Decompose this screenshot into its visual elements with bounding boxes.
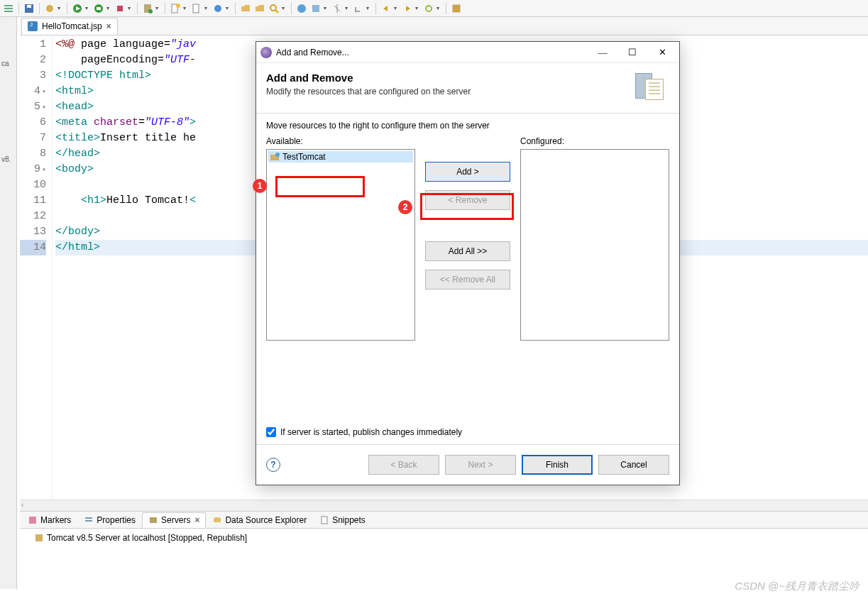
run-icon[interactable] <box>72 3 83 14</box>
svg-rect-24 <box>453 5 460 12</box>
svg-point-34 <box>275 153 280 157</box>
callout-box-1 <box>275 176 365 197</box>
bottom-tab-bar: Markers Properties Servers× Data Source … <box>20 512 868 529</box>
search-icon[interactable] <box>268 3 280 14</box>
left-gutter: ca v8. <box>0 17 17 589</box>
tab-servers[interactable]: Servers× <box>142 512 206 528</box>
svg-rect-28 <box>150 517 157 523</box>
dialog-subheading: Modify the resources that are configured… <box>266 87 471 97</box>
server-icon <box>34 533 44 543</box>
toolbar-icon[interactable] <box>353 3 364 14</box>
tab-snippets[interactable]: Snippets <box>313 512 372 528</box>
remove-all-button[interactable]: << Remove All <box>425 270 510 290</box>
svg-rect-10 <box>117 6 123 11</box>
add-button[interactable]: Add > <box>425 162 510 182</box>
dialog-title-text: Add and Remove... <box>276 48 349 57</box>
toolbar-icon[interactable] <box>310 3 322 14</box>
editor-tab-bar: HelloTomcat.jsp × <box>20 17 868 35</box>
server-status-text: Tomcat v8.5 Server at localhost [Stopped… <box>47 533 247 543</box>
close-icon[interactable]: × <box>194 515 199 525</box>
server-graphic-icon <box>632 72 669 103</box>
svg-rect-20 <box>312 5 319 12</box>
open-icon[interactable] <box>254 3 265 14</box>
dialog-header: Add and Remove Modify the resources that… <box>256 63 679 114</box>
left-stub-label: ca <box>1 60 9 67</box>
dialog-titlebar[interactable]: Add and Remove... — ☐ ✕ <box>256 42 679 63</box>
perspective-icon[interactable] <box>451 3 462 14</box>
publish-checkbox-row[interactable]: If server is started, publish changes im… <box>266 427 669 437</box>
jsp-file-icon <box>28 21 38 31</box>
dialog-footer: ? < Back Next > Finish Cancel <box>256 444 679 485</box>
callout-badge-1: 1 <box>253 179 267 193</box>
add-all-button[interactable]: Add All >> <box>425 241 510 261</box>
svg-rect-2 <box>4 11 13 12</box>
watermark: CSDN @~残月青衣踏尘吟 <box>735 580 859 593</box>
svg-point-23 <box>426 6 432 11</box>
toolbar-icon[interactable] <box>44 3 55 14</box>
dialog-prompt: Move resources to the right to configure… <box>266 121 669 131</box>
new-icon[interactable] <box>170 3 181 14</box>
new-icon[interactable] <box>191 3 202 14</box>
left-stub-label: v8. <box>1 155 11 163</box>
configured-listbox[interactable] <box>520 149 669 341</box>
tab-filename: HelloTomcat.jsp <box>42 21 102 31</box>
svg-rect-26 <box>85 517 92 519</box>
svg-rect-0 <box>4 5 13 6</box>
open-icon[interactable] <box>240 3 251 14</box>
svg-rect-15 <box>193 4 199 13</box>
minimize-button[interactable]: — <box>590 44 615 61</box>
next-button[interactable]: Next > <box>445 455 516 475</box>
svg-rect-25 <box>29 517 36 524</box>
svg-rect-32 <box>35 534 43 541</box>
debug-icon[interactable] <box>93 3 104 14</box>
forward-icon[interactable] <box>402 3 413 14</box>
available-item-label: TestTomcat <box>282 152 326 162</box>
server-icon[interactable] <box>142 3 153 14</box>
svg-rect-9 <box>97 7 101 10</box>
available-label: Available: <box>266 136 415 146</box>
publish-checkbox[interactable] <box>266 427 276 437</box>
svg-point-14 <box>176 4 180 8</box>
svg-rect-4 <box>27 5 31 8</box>
back-button[interactable]: < Back <box>368 455 439 475</box>
new-icon[interactable] <box>212 3 224 14</box>
maximize-button[interactable]: ☐ <box>620 44 645 61</box>
add-remove-dialog: Add and Remove... — ☐ ✕ Add and Remove M… <box>256 41 680 485</box>
toolbar-icon[interactable] <box>423 3 434 14</box>
dialog-body: Move resources to the right to configure… <box>256 114 679 444</box>
save-icon[interactable] <box>23 3 35 14</box>
run-last-icon[interactable] <box>114 3 126 14</box>
svg-rect-27 <box>85 520 92 522</box>
finish-button[interactable]: Finish <box>522 455 593 475</box>
svg-rect-30 <box>214 519 221 522</box>
tab-data-source-explorer[interactable]: Data Source Explorer <box>206 512 313 528</box>
toolbar-icon[interactable] <box>331 3 343 14</box>
svg-line-18 <box>275 10 278 13</box>
main-toolbar <box>0 0 868 17</box>
toolbar-icon[interactable] <box>3 3 14 14</box>
callout-badge-2: 2 <box>398 200 412 214</box>
back-icon[interactable] <box>380 3 392 14</box>
svg-rect-31 <box>322 517 327 524</box>
publish-checkbox-label: If server is started, publish changes im… <box>280 427 462 437</box>
horizontal-scrollbar[interactable]: ‹ <box>20 500 868 511</box>
svg-point-19 <box>297 4 306 13</box>
svg-point-12 <box>148 9 153 13</box>
dialog-heading: Add and Remove <box>266 72 471 84</box>
svg-rect-1 <box>4 8 13 9</box>
tab-properties[interactable]: Properties <box>77 512 142 528</box>
svg-point-16 <box>214 5 221 12</box>
svg-point-17 <box>270 5 276 11</box>
line-gutter: 1234▾5▾6789▾1011121314 <box>20 35 53 500</box>
tab-markers[interactable]: Markers <box>21 512 77 528</box>
server-entry[interactable]: Tomcat v8.5 Server at localhost [Stopped… <box>20 529 868 547</box>
close-button[interactable]: ✕ <box>649 44 675 61</box>
close-icon[interactable]: × <box>106 21 111 31</box>
cancel-button[interactable]: Cancel <box>598 455 669 475</box>
editor-tab[interactable]: HelloTomcat.jsp × <box>21 18 118 35</box>
web-icon[interactable] <box>296 3 307 14</box>
help-icon[interactable]: ? <box>266 458 280 472</box>
svg-point-5 <box>46 5 53 12</box>
available-item[interactable]: TestTomcat <box>268 151 413 162</box>
configured-label: Configured: <box>520 136 669 146</box>
